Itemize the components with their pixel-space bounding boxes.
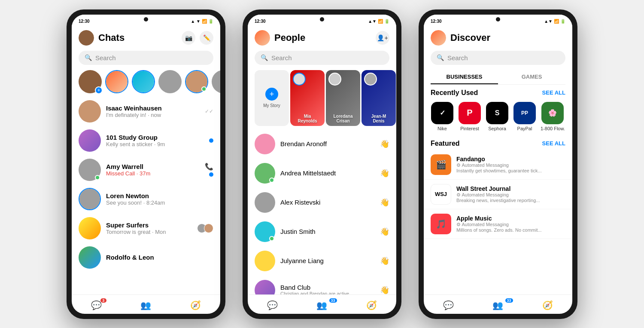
story-cards-grid: + My Story MiaReynolds LoredanaCrisan Je [248, 68, 396, 129]
people-item-band[interactable]: Band Club Christian and Brendan are acti… [248, 276, 396, 294]
ru-item-flowers[interactable]: 🌸 1-800 Flow. [541, 102, 565, 131]
wave-icon-julyanne[interactable]: 👋 [380, 256, 389, 266]
chats-search-bar[interactable]: 🔍 Search [79, 51, 213, 65]
people-name-brendan: Brendan Aronoff [280, 140, 375, 147]
chat-name-surfers: Super Surfers [106, 221, 192, 229]
wave-icon-brendan[interactable]: 👋 [380, 139, 389, 149]
nav-people-1[interactable]: 👥 [121, 298, 170, 312]
ru-item-nike[interactable]: ✓ Nike [431, 102, 454, 131]
apple-music-name: Apple Music [456, 215, 565, 222]
nav-badge-chats: 3 [100, 298, 106, 303]
people-item-julyanne[interactable]: Julyanne Liang 👋 [248, 246, 396, 276]
call-icon: 📞 [205, 162, 213, 171]
discover-title: Discover [450, 32, 565, 43]
chat-item-isaac[interactable]: Isaac Weinhausen I'm definately in! · no… [72, 97, 220, 126]
story-item-6[interactable] [212, 70, 220, 93]
ru-item-paypal[interactable]: PP PayPal [513, 102, 536, 131]
phone-discover: 12:30 ▲▼ 📶 🔋 Discover 🔍 Search BUSINESSE… [419, 9, 577, 319]
status-time-1: 12:30 [79, 19, 90, 24]
people-item-andrea[interactable]: Andrea Mittelstaedt 👋 [248, 159, 396, 188]
sephora-logo: S [486, 102, 508, 124]
people-item-alex[interactable]: Alex Ristevski 👋 [248, 188, 396, 217]
fandango-info: Fandango ⚙ Automated Messaging Instantly… [456, 156, 565, 173]
wave-icon-justin[interactable]: 👋 [380, 227, 389, 236]
story-item-5[interactable] [185, 70, 208, 93]
ru-item-sephora[interactable]: S Sephora [486, 102, 509, 131]
chat-item-rodolfo[interactable]: Rodolfo & Leon [72, 243, 220, 272]
story-label-jean: Jean-MDenis [361, 114, 396, 123]
people-title: People [274, 32, 371, 43]
apple-music-info: Apple Music ⚙ Automated Messaging Millio… [456, 215, 565, 233]
search-icon-1: 🔍 [85, 54, 92, 61]
featured-see-all[interactable]: SEE ALL [542, 140, 565, 147]
chat-item-study[interactable]: 101 Study Group Kelly sent a sticker · 9… [72, 126, 220, 155]
apple-music-sub: ⚙ Automated Messaging [456, 222, 565, 227]
chat-preview-loren: See you soon! · 8:24am [106, 199, 213, 206]
chat-info-loren: Loren Newton See you soon! · 8:24am [106, 192, 213, 206]
wave-icon-alex[interactable]: 👋 [380, 198, 389, 207]
fandango-name: Fandango [456, 156, 565, 162]
camera-dot-3 [496, 17, 500, 21]
online-dot-justin [269, 236, 274, 241]
discover-search-bar[interactable]: 🔍 Search [431, 51, 565, 65]
featured-wsj[interactable]: WSJ Wall Street Journal ⚙ Automated Mess… [424, 180, 572, 209]
people-search-placeholder: Search [271, 54, 292, 61]
wave-icon-band[interactable]: 👋 [380, 285, 389, 294]
chat-item-amy[interactable]: Amy Warrell Missed Call · 37m 📞 [72, 155, 220, 184]
camera-button[interactable]: 📷 [182, 31, 195, 45]
story-card-mia[interactable]: MiaReynolds [290, 70, 325, 126]
nav-discover-3[interactable]: 🧭 [523, 298, 572, 312]
chat-info-rodolfo: Rodolfo & Leon [106, 254, 213, 261]
people-search-bar[interactable]: 🔍 Search [255, 51, 389, 65]
nav-chats-2[interactable]: 💬 [248, 298, 297, 312]
compose-button[interactable]: ✏️ [200, 31, 213, 45]
nav-people-3[interactable]: 👥 33 [473, 298, 522, 312]
nav-discover-1[interactable]: 🧭 [171, 298, 220, 312]
chat-name-study: 101 Study Group [106, 134, 204, 141]
flowers-logo: 🌸 [541, 102, 564, 124]
fandango-desc: Instantly get showtimes, guarantee tick.… [456, 168, 565, 173]
apple-music-desc: Millions of songs. Zero ads. No commit..… [456, 227, 565, 233]
my-story-item[interactable]: + [79, 70, 102, 93]
search-icon-3: 🔍 [437, 54, 444, 61]
wave-icon-andrea[interactable]: 👋 [380, 169, 389, 178]
status-time-3: 12:30 [431, 19, 442, 24]
user-avatar-1[interactable] [79, 30, 94, 46]
chat-item-loren[interactable]: Loren Newton See you soon! · 8:24am [72, 184, 220, 214]
chat-name-loren: Loren Newton [106, 192, 213, 199]
paypal-name: PayPal [517, 126, 532, 131]
people-item-brendan[interactable]: Brendan Aronoff 👋 [248, 129, 396, 159]
user-avatar-2[interactable] [255, 30, 270, 46]
pinterest-logo: P [459, 102, 481, 124]
tab-businesses[interactable]: BUSINESSES [431, 70, 498, 84]
chat-meta-amy: 📞 [205, 162, 213, 177]
story-item-4[interactable] [158, 70, 182, 93]
add-story-btn[interactable]: + [95, 86, 103, 94]
discover-nav-icon-2: 🧭 [366, 300, 377, 310]
chat-avatar-loren [79, 188, 101, 210]
camera-dot-2 [320, 17, 324, 21]
nav-discover-2[interactable]: 🧭 [347, 298, 396, 312]
ru-item-pinterest[interactable]: P Pinterest [458, 102, 481, 131]
bottom-nav-2: 💬 👥 33 🧭 [248, 294, 396, 314]
story-item-3[interactable] [132, 70, 155, 93]
tab-games[interactable]: GAMES [498, 70, 565, 84]
story-card-loredana[interactable]: LoredanaCrisan [326, 70, 360, 126]
stories-row-1: + [72, 68, 220, 97]
featured-apple-music[interactable]: 🎵 Apple Music ⚙ Automated Messaging Mill… [424, 209, 572, 239]
chat-item-surfers[interactable]: Super Surfers Tomorrow is great · Mon [72, 214, 220, 243]
user-avatar-3[interactable] [431, 30, 446, 46]
featured-fandango[interactable]: 🎬 Fandango ⚙ Automated Messaging Instant… [424, 150, 572, 180]
nav-people-2[interactable]: 👥 33 [297, 298, 346, 312]
my-story-card[interactable]: + My Story [255, 70, 289, 126]
people-item-justin[interactable]: Justin Smith 👋 [248, 217, 396, 246]
nav-chats-3[interactable]: 💬 [424, 298, 473, 312]
recently-used-see-all[interactable]: SEE ALL [542, 89, 565, 96]
chats-header-icons: 📷 ✏️ [182, 31, 213, 45]
add-person-button[interactable]: 👤+ [376, 31, 389, 45]
nav-chats-1[interactable]: 💬 3 [72, 298, 121, 312]
nike-logo: ✓ [431, 102, 453, 124]
discover-nav-icon-3: 🧭 [542, 300, 553, 310]
story-item-2[interactable] [105, 70, 128, 93]
story-card-jean[interactable]: Jean-MDenis [361, 70, 396, 126]
